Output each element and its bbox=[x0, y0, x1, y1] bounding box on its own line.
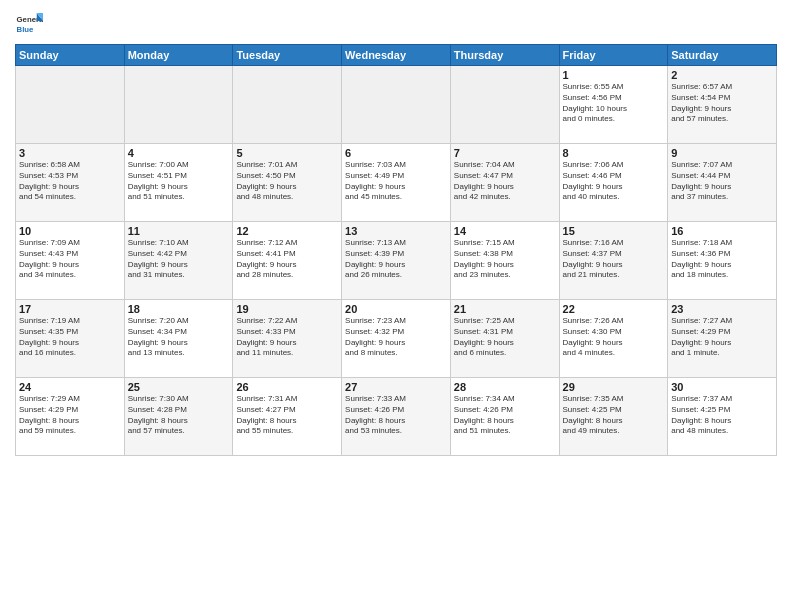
day-number: 13 bbox=[345, 225, 447, 237]
day-number: 26 bbox=[236, 381, 338, 393]
day-number: 30 bbox=[671, 381, 773, 393]
calendar-cell: 20Sunrise: 7:23 AM Sunset: 4:32 PM Dayli… bbox=[342, 300, 451, 378]
day-number: 4 bbox=[128, 147, 230, 159]
day-number: 17 bbox=[19, 303, 121, 315]
day-number: 27 bbox=[345, 381, 447, 393]
day-info: Sunrise: 6:57 AM Sunset: 4:54 PM Dayligh… bbox=[671, 82, 773, 125]
calendar-cell: 6Sunrise: 7:03 AM Sunset: 4:49 PM Daylig… bbox=[342, 144, 451, 222]
calendar-cell bbox=[342, 66, 451, 144]
day-number: 11 bbox=[128, 225, 230, 237]
calendar-cell: 19Sunrise: 7:22 AM Sunset: 4:33 PM Dayli… bbox=[233, 300, 342, 378]
calendar-week-5: 24Sunrise: 7:29 AM Sunset: 4:29 PM Dayli… bbox=[16, 378, 777, 456]
calendar-cell: 8Sunrise: 7:06 AM Sunset: 4:46 PM Daylig… bbox=[559, 144, 668, 222]
day-info: Sunrise: 7:34 AM Sunset: 4:26 PM Dayligh… bbox=[454, 394, 556, 437]
calendar-cell: 30Sunrise: 7:37 AM Sunset: 4:25 PM Dayli… bbox=[668, 378, 777, 456]
calendar-cell: 10Sunrise: 7:09 AM Sunset: 4:43 PM Dayli… bbox=[16, 222, 125, 300]
day-info: Sunrise: 7:29 AM Sunset: 4:29 PM Dayligh… bbox=[19, 394, 121, 437]
calendar-cell: 1Sunrise: 6:55 AM Sunset: 4:56 PM Daylig… bbox=[559, 66, 668, 144]
day-info: Sunrise: 7:12 AM Sunset: 4:41 PM Dayligh… bbox=[236, 238, 338, 281]
calendar-cell: 11Sunrise: 7:10 AM Sunset: 4:42 PM Dayli… bbox=[124, 222, 233, 300]
calendar-cell: 18Sunrise: 7:20 AM Sunset: 4:34 PM Dayli… bbox=[124, 300, 233, 378]
day-info: Sunrise: 7:26 AM Sunset: 4:30 PM Dayligh… bbox=[563, 316, 665, 359]
day-info: Sunrise: 7:27 AM Sunset: 4:29 PM Dayligh… bbox=[671, 316, 773, 359]
weekday-header-sunday: Sunday bbox=[16, 45, 125, 66]
calendar-cell bbox=[450, 66, 559, 144]
day-number: 23 bbox=[671, 303, 773, 315]
svg-text:Blue: Blue bbox=[17, 25, 35, 34]
day-number: 3 bbox=[19, 147, 121, 159]
calendar-cell: 29Sunrise: 7:35 AM Sunset: 4:25 PM Dayli… bbox=[559, 378, 668, 456]
logo-icon: General Blue bbox=[15, 10, 43, 38]
calendar-cell: 26Sunrise: 7:31 AM Sunset: 4:27 PM Dayli… bbox=[233, 378, 342, 456]
day-info: Sunrise: 7:01 AM Sunset: 4:50 PM Dayligh… bbox=[236, 160, 338, 203]
calendar-cell bbox=[233, 66, 342, 144]
day-number: 7 bbox=[454, 147, 556, 159]
day-info: Sunrise: 7:30 AM Sunset: 4:28 PM Dayligh… bbox=[128, 394, 230, 437]
calendar-cell: 12Sunrise: 7:12 AM Sunset: 4:41 PM Dayli… bbox=[233, 222, 342, 300]
day-info: Sunrise: 7:09 AM Sunset: 4:43 PM Dayligh… bbox=[19, 238, 121, 281]
day-info: Sunrise: 7:33 AM Sunset: 4:26 PM Dayligh… bbox=[345, 394, 447, 437]
weekday-header-thursday: Thursday bbox=[450, 45, 559, 66]
day-info: Sunrise: 7:16 AM Sunset: 4:37 PM Dayligh… bbox=[563, 238, 665, 281]
day-number: 29 bbox=[563, 381, 665, 393]
calendar-week-2: 3Sunrise: 6:58 AM Sunset: 4:53 PM Daylig… bbox=[16, 144, 777, 222]
calendar-cell bbox=[16, 66, 125, 144]
calendar-cell: 14Sunrise: 7:15 AM Sunset: 4:38 PM Dayli… bbox=[450, 222, 559, 300]
day-number: 15 bbox=[563, 225, 665, 237]
calendar-cell: 5Sunrise: 7:01 AM Sunset: 4:50 PM Daylig… bbox=[233, 144, 342, 222]
calendar-cell: 27Sunrise: 7:33 AM Sunset: 4:26 PM Dayli… bbox=[342, 378, 451, 456]
weekday-header-saturday: Saturday bbox=[668, 45, 777, 66]
day-number: 18 bbox=[128, 303, 230, 315]
day-number: 14 bbox=[454, 225, 556, 237]
calendar-cell: 23Sunrise: 7:27 AM Sunset: 4:29 PM Dayli… bbox=[668, 300, 777, 378]
header: General Blue bbox=[15, 10, 777, 38]
calendar-cell: 15Sunrise: 7:16 AM Sunset: 4:37 PM Dayli… bbox=[559, 222, 668, 300]
day-number: 10 bbox=[19, 225, 121, 237]
calendar-cell: 4Sunrise: 7:00 AM Sunset: 4:51 PM Daylig… bbox=[124, 144, 233, 222]
calendar-week-4: 17Sunrise: 7:19 AM Sunset: 4:35 PM Dayli… bbox=[16, 300, 777, 378]
day-number: 8 bbox=[563, 147, 665, 159]
calendar-cell: 22Sunrise: 7:26 AM Sunset: 4:30 PM Dayli… bbox=[559, 300, 668, 378]
calendar-cell: 24Sunrise: 7:29 AM Sunset: 4:29 PM Dayli… bbox=[16, 378, 125, 456]
day-number: 28 bbox=[454, 381, 556, 393]
weekday-header-row: SundayMondayTuesdayWednesdayThursdayFrid… bbox=[16, 45, 777, 66]
calendar-cell: 3Sunrise: 6:58 AM Sunset: 4:53 PM Daylig… bbox=[16, 144, 125, 222]
day-number: 5 bbox=[236, 147, 338, 159]
logo: General Blue bbox=[15, 10, 45, 38]
calendar-cell bbox=[124, 66, 233, 144]
calendar-cell: 2Sunrise: 6:57 AM Sunset: 4:54 PM Daylig… bbox=[668, 66, 777, 144]
day-info: Sunrise: 7:37 AM Sunset: 4:25 PM Dayligh… bbox=[671, 394, 773, 437]
day-info: Sunrise: 7:35 AM Sunset: 4:25 PM Dayligh… bbox=[563, 394, 665, 437]
day-number: 2 bbox=[671, 69, 773, 81]
day-info: Sunrise: 7:22 AM Sunset: 4:33 PM Dayligh… bbox=[236, 316, 338, 359]
day-info: Sunrise: 7:18 AM Sunset: 4:36 PM Dayligh… bbox=[671, 238, 773, 281]
day-info: Sunrise: 7:15 AM Sunset: 4:38 PM Dayligh… bbox=[454, 238, 556, 281]
calendar-cell: 9Sunrise: 7:07 AM Sunset: 4:44 PM Daylig… bbox=[668, 144, 777, 222]
day-info: Sunrise: 7:00 AM Sunset: 4:51 PM Dayligh… bbox=[128, 160, 230, 203]
day-number: 25 bbox=[128, 381, 230, 393]
calendar-cell: 25Sunrise: 7:30 AM Sunset: 4:28 PM Dayli… bbox=[124, 378, 233, 456]
day-info: Sunrise: 7:23 AM Sunset: 4:32 PM Dayligh… bbox=[345, 316, 447, 359]
day-info: Sunrise: 7:07 AM Sunset: 4:44 PM Dayligh… bbox=[671, 160, 773, 203]
calendar-week-3: 10Sunrise: 7:09 AM Sunset: 4:43 PM Dayli… bbox=[16, 222, 777, 300]
day-number: 1 bbox=[563, 69, 665, 81]
day-info: Sunrise: 7:06 AM Sunset: 4:46 PM Dayligh… bbox=[563, 160, 665, 203]
calendar-cell: 13Sunrise: 7:13 AM Sunset: 4:39 PM Dayli… bbox=[342, 222, 451, 300]
day-number: 6 bbox=[345, 147, 447, 159]
day-number: 16 bbox=[671, 225, 773, 237]
day-info: Sunrise: 6:55 AM Sunset: 4:56 PM Dayligh… bbox=[563, 82, 665, 125]
day-info: Sunrise: 7:04 AM Sunset: 4:47 PM Dayligh… bbox=[454, 160, 556, 203]
day-info: Sunrise: 7:03 AM Sunset: 4:49 PM Dayligh… bbox=[345, 160, 447, 203]
day-number: 21 bbox=[454, 303, 556, 315]
day-info: Sunrise: 7:20 AM Sunset: 4:34 PM Dayligh… bbox=[128, 316, 230, 359]
page-container: General Blue SundayMondayTuesdayWednesda… bbox=[0, 0, 792, 466]
calendar-cell: 28Sunrise: 7:34 AM Sunset: 4:26 PM Dayli… bbox=[450, 378, 559, 456]
day-number: 9 bbox=[671, 147, 773, 159]
day-number: 24 bbox=[19, 381, 121, 393]
calendar-week-1: 1Sunrise: 6:55 AM Sunset: 4:56 PM Daylig… bbox=[16, 66, 777, 144]
day-info: Sunrise: 7:25 AM Sunset: 4:31 PM Dayligh… bbox=[454, 316, 556, 359]
calendar-cell: 16Sunrise: 7:18 AM Sunset: 4:36 PM Dayli… bbox=[668, 222, 777, 300]
weekday-header-monday: Monday bbox=[124, 45, 233, 66]
day-info: Sunrise: 7:13 AM Sunset: 4:39 PM Dayligh… bbox=[345, 238, 447, 281]
weekday-header-tuesday: Tuesday bbox=[233, 45, 342, 66]
